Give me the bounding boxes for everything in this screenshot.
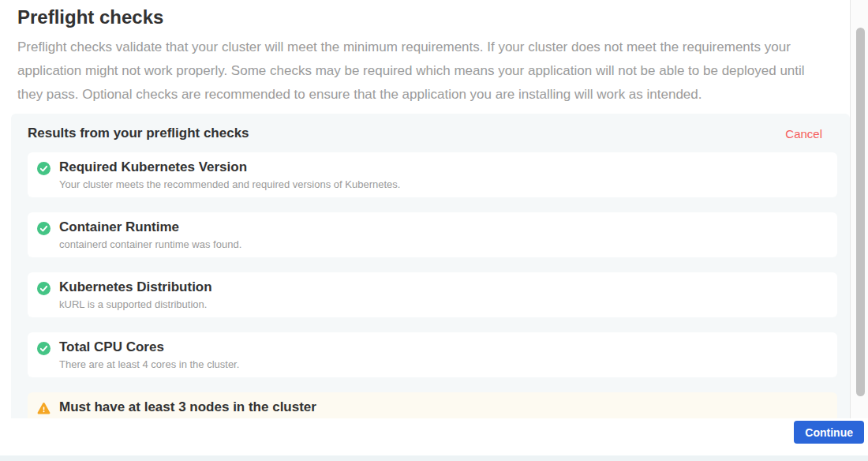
warning-triangle-icon bbox=[37, 402, 51, 415]
preflight-check-row: Required Kubernetes Version Your cluster… bbox=[28, 152, 837, 197]
check-title: Kubernetes Distribution bbox=[59, 279, 825, 295]
cancel-link[interactable]: Cancel bbox=[785, 127, 822, 141]
check-title: Total CPU Cores bbox=[59, 339, 825, 355]
scrollbar-track[interactable] bbox=[850, 0, 868, 455]
check-title: Container Runtime bbox=[59, 219, 825, 235]
check-text: Required Kubernetes Version Your cluster… bbox=[59, 159, 825, 190]
scrollbar-thumb[interactable] bbox=[856, 28, 865, 396]
page-description: Preflight checks validate that your clus… bbox=[0, 36, 850, 107]
check-circle-icon bbox=[37, 342, 51, 355]
preflight-check-row: Kubernetes Distribution kURL is a suppor… bbox=[28, 272, 837, 317]
results-panel: Results from your preflight checks Cance… bbox=[11, 114, 850, 418]
check-circle-icon bbox=[37, 222, 51, 235]
check-title: Required Kubernetes Version bbox=[59, 159, 825, 175]
preflight-check-row: Container Runtime containerd container r… bbox=[28, 212, 837, 257]
check-message: containerd container runtime was found. bbox=[59, 238, 825, 250]
check-text: Total CPU Cores There are at least 4 cor… bbox=[59, 339, 825, 370]
check-message: Your cluster meets the recommended and r… bbox=[59, 178, 825, 190]
page-title: Preflight checks bbox=[0, 0, 850, 28]
check-message: There are at least 4 cores in the cluste… bbox=[59, 358, 825, 370]
check-circle-icon bbox=[37, 282, 51, 295]
check-title: Must have at least 3 nodes in the cluste… bbox=[59, 399, 825, 415]
check-text: Must have at least 3 nodes in the cluste… bbox=[59, 399, 825, 418]
continue-button[interactable]: Continue bbox=[794, 421, 864, 444]
preflight-content: Preflight checks Preflight checks valida… bbox=[0, 0, 850, 418]
check-circle-icon bbox=[37, 162, 51, 175]
results-heading: Results from your preflight checks bbox=[28, 126, 249, 141]
results-panel-header: Results from your preflight checks Cance… bbox=[11, 126, 850, 141]
check-text: Kubernetes Distribution kURL is a suppor… bbox=[59, 279, 825, 310]
preflight-check-row: Must have at least 3 nodes in the cluste… bbox=[28, 392, 837, 418]
check-message: kURL is a supported distribution. bbox=[59, 298, 825, 310]
footer-bar: Continue bbox=[0, 418, 868, 455]
check-text: Container Runtime containerd container r… bbox=[59, 219, 825, 250]
bottom-strip bbox=[0, 455, 868, 461]
preflight-check-row: Total CPU Cores There are at least 4 cor… bbox=[28, 332, 837, 377]
check-list: Required Kubernetes Version Your cluster… bbox=[11, 152, 850, 418]
